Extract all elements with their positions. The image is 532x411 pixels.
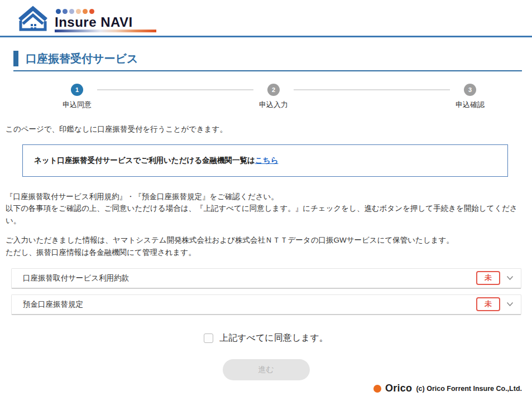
intro-text: このページで、印鑑なしに口座振替受付を行うことができます。 (6, 123, 526, 136)
step-1-label: 申込同意 (63, 100, 92, 110)
data-storage-notice: ご入力いただきました情報は、ヤマトシステム開発株式会社および株式会社ＮＴＴデータ… (6, 234, 526, 258)
accordion-deposit-transfer-rules[interactable]: 預金口座振替規定 未 (11, 294, 521, 315)
chevron-down-icon (506, 302, 514, 307)
step-connector (294, 89, 450, 90)
storage-line-1: ご入力いただきました情報は、ヤマトシステム開発株式会社および株式会社ＮＴＴデータ… (6, 236, 454, 244)
step-1-circle: 1 (71, 84, 83, 96)
accordion-label: 預金口座振替規定 (23, 299, 476, 310)
copyright-text: (c) Orico Forrent Insure Co.,Ltd. (416, 385, 522, 393)
proceed-button[interactable]: 進む (223, 359, 310, 380)
accordion-label: 口座振替取付サービス利用約款 (23, 273, 476, 283)
step-connector (97, 89, 253, 90)
step-3-circle: 3 (464, 84, 476, 96)
logo-underline (55, 30, 156, 32)
storage-line-2: ただし、振替口座情報は各金融機関にて管理されます。 (6, 248, 196, 257)
step-3-apply-confirm: 3 申込確認 (456, 84, 485, 110)
logo-dots (56, 9, 156, 14)
footer: Orico (c) Orico Forrent Insure Co.,Ltd. (373, 383, 522, 394)
status-badge-unread: 未 (476, 297, 500, 311)
terms-line-1: 『口座振替取付サービス利用規約』・『預金口座振替規定』をご確認ください。 (6, 192, 279, 201)
header-divider (0, 36, 532, 37)
agree-all-label[interactable]: 上記すべてに同意します。 (219, 332, 328, 344)
header: Insure NAVI (0, 0, 532, 33)
terms-line-2: 以下の各事項をご確認の上、ご同意いただける場合は、『上記すべてに同意します。』に… (6, 204, 517, 225)
chevron-down-icon (506, 275, 514, 281)
terms-accordion-list: 口座振替取付サービス利用約款 未 預金口座振替規定 未 (11, 268, 521, 315)
step-2-label: 申込入力 (259, 100, 288, 110)
terms-instructions: 『口座振替取付サービス利用規約』・『預金口座振替規定』をご確認ください。 以下の… (6, 191, 526, 227)
stepper: 1 申込同意 2 申込入力 3 申込確認 (63, 84, 485, 110)
step-1-apply-consent: 1 申込同意 (63, 84, 92, 110)
agreement-row: 上記すべてに同意します。 (0, 332, 532, 344)
orico-dot-icon (373, 385, 381, 393)
insure-navi-logo: Insure NAVI (16, 4, 532, 33)
accordion-terms-of-service[interactable]: 口座振替取付サービス利用約款 未 (11, 268, 521, 289)
house-icon (16, 4, 50, 33)
orico-brand: Orico (385, 383, 413, 394)
bank-list-link[interactable]: こちら (255, 156, 278, 165)
bank-list-info-box: ネット口座振替受付サービスでご利用いただける金融機関一覧はこちら (22, 144, 508, 177)
page-title-section: 口座振替受付サービス (13, 51, 522, 71)
page-title: 口座振替受付サービス (13, 51, 522, 66)
status-badge-unread: 未 (476, 271, 500, 285)
step-2-apply-input: 2 申込入力 (259, 84, 288, 110)
logo-title: Insure NAVI (55, 15, 156, 29)
bank-list-text: ネット口座振替受付サービスでご利用いただける金融機関一覧は (34, 156, 255, 165)
step-2-circle: 2 (267, 84, 280, 96)
agree-all-checkbox[interactable] (204, 333, 213, 343)
submit-row: 進む (0, 359, 532, 380)
step-3-label: 申込確認 (456, 100, 485, 110)
